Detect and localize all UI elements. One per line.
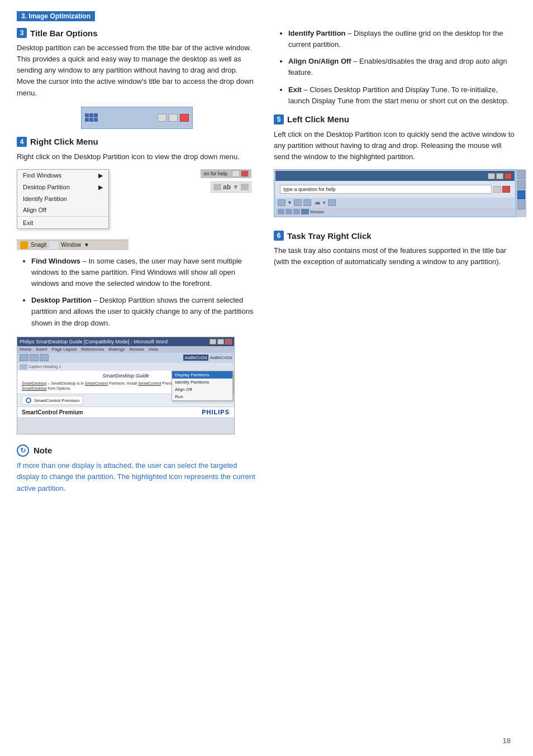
word-context-menu: Display Partitions Identify Partitions A…: [172, 371, 233, 401]
lc-p1: [517, 170, 525, 179]
wd-aa-label: AaBbCcDd: [183, 355, 209, 361]
wd-max[interactable]: [217, 339, 224, 344]
wd-tb-icon1: [20, 354, 28, 361]
rtb-icon1: [213, 184, 221, 190]
maximize-btn[interactable]: [169, 114, 178, 122]
lc-toolbar: ▼ ab ▼: [275, 198, 515, 208]
partition-grid-icon: [85, 113, 98, 122]
note-section: ↻ Note If more than one display is attac…: [17, 444, 257, 495]
lc-sb3: [293, 209, 300, 214]
rcm-find-windows: Find Windows▶: [17, 170, 108, 181]
section3-title: 3 Title Bar Options: [17, 28, 257, 38]
rtb-icon2: [241, 184, 249, 190]
bullet-exit: Exit – Closes Desktop Partition and Disp…: [288, 84, 516, 107]
lc-search-bar: type a question for help: [275, 181, 515, 198]
bullets-left: Find Windows – In some cases, the user m…: [22, 256, 257, 329]
note-title: ↻ Note: [17, 444, 257, 457]
bullet-align: Align On/Align Off – Enables/disables th…: [288, 56, 516, 78]
bullet-find-windows: Find Windows – In some cases, the user m…: [31, 256, 257, 289]
close-btn[interactable]: [180, 114, 189, 122]
wd-t2-icon: [20, 364, 27, 370]
rcm-toolbar-row: ab ▼: [211, 181, 251, 193]
section-header-bar: 3. Image Optimization: [17, 11, 516, 28]
wcm-identify-partitions: Identify Partitions: [172, 379, 232, 386]
philips-logo: PHILIPS: [202, 409, 230, 415]
word-title-bar: Philips SmartDesktop Guide [Compatibilit…: [17, 337, 234, 346]
left-column: 3 Title Bar Options Desktop partition ca…: [17, 28, 257, 495]
section5-body: Left click on the Desktop Partition icon…: [274, 129, 516, 162]
lc-p3: [517, 190, 525, 199]
lc-search-btn[interactable]: [493, 186, 501, 193]
wd-min[interactable]: [210, 339, 216, 344]
bullet-identify-partition: Identify Partition – Displays the outlin…: [288, 28, 516, 50]
wd-tb-icon3: [40, 354, 49, 361]
lc-max[interactable]: [496, 173, 503, 179]
lc-close[interactable]: [505, 173, 512, 179]
section6-body: The task tray also contains most of the …: [274, 245, 516, 267]
word-toolbar: AaBbCcDd AaBbCcDd: [17, 353, 234, 363]
lc-right-partitions: [516, 169, 526, 217]
snagit-icon: [20, 241, 28, 249]
word-ribbon: Home Insert Page Layout References Maili…: [17, 346, 234, 353]
left-click-titlebar-area: type a question for help ▼ ab ▼: [274, 169, 516, 217]
lc-tb3: [303, 199, 311, 206]
wcm-align-off: Align Off: [172, 386, 232, 393]
lc-title-bar: [275, 171, 515, 181]
lc-tb4: [328, 199, 336, 206]
snagit-btn: [49, 241, 58, 249]
lc-close2[interactable]: [502, 186, 510, 193]
section6-title: 6 Task Tray Right Click: [274, 231, 516, 241]
right-click-menu-image: Find Windows▶ Desktop Partition▶ Identif…: [17, 169, 257, 250]
sc-icon: [26, 398, 31, 403]
bullet-desktop-partition: Desktop Partition – Desktop Partition sh…: [31, 295, 257, 328]
rcm-tb-close[interactable]: [241, 170, 249, 177]
rcm-align-off: Align Off: [17, 204, 108, 216]
lc-min[interactable]: [488, 173, 495, 179]
note-icon: ↻: [17, 444, 29, 457]
rcm-identify-partition: Identify Partition: [17, 193, 108, 204]
lc-tb1: [278, 199, 285, 206]
smartcontrol-badge: SmartControl Premium: [22, 396, 83, 405]
wd-close[interactable]: [225, 339, 232, 344]
lc-sb2: [285, 209, 292, 214]
section6-wrapper: 6 Task Tray Right Click The task tray al…: [274, 231, 516, 267]
lc-sb1: [278, 209, 284, 214]
word-content: Display Partitions Identify Partitions A…: [17, 371, 234, 394]
rcm-topbar: on for help: [201, 169, 251, 178]
lc-p2: [517, 180, 525, 189]
word-toolbar2: Caption Heading 1: [17, 363, 234, 371]
page-number: 18: [503, 736, 511, 745]
minimize-btn[interactable]: [158, 114, 166, 122]
wd-tb-icon2: [30, 354, 39, 361]
lc-p4: [517, 200, 525, 209]
snagit-bar: Snagit Window ▼: [17, 240, 129, 250]
section4-title: 4 Right Click Menu: [17, 137, 257, 147]
lc-statusbar: Window: [275, 208, 515, 216]
word-doc-image: Philips SmartDesktop Guide [Compatibilit…: [17, 337, 235, 434]
rcm-tb-pin[interactable]: [232, 170, 240, 177]
section3-body: Desktop partition can be accessed from t…: [17, 42, 257, 99]
rcm-separator: [17, 216, 108, 217]
titlebar-image: [81, 107, 193, 129]
lc-tb2: [294, 199, 302, 206]
bullets-right: Identify Partition – Displays the outlin…: [279, 28, 516, 107]
section5-title: 5 Left Click Menu: [274, 114, 516, 125]
left-click-image-area: type a question for help ▼ ab ▼: [274, 169, 516, 217]
right-click-dropdown: Find Windows▶ Desktop Partition▶ Identif…: [17, 169, 109, 229]
section4-body: Right click on the Desktop Partition ico…: [17, 151, 257, 162]
page: 3. Image Optimization 3 Title Bar Option…: [0, 0, 533, 756]
right-column: Identify Partition – Displays the outlin…: [274, 28, 516, 495]
wcm-run: Run: [172, 393, 232, 400]
word-brand-bar: SmartControl Premium PHILIPS: [17, 406, 234, 417]
lc-sb4: [301, 209, 309, 214]
note-body: If more than one display is attached, th…: [17, 460, 257, 495]
rcm-desktop-partition: Desktop Partition▶: [17, 181, 108, 193]
lc-search-input[interactable]: type a question for help: [280, 185, 492, 194]
wcm-display-partitions: Display Partitions: [172, 371, 232, 379]
rcm-exit: Exit: [17, 217, 108, 228]
wd-heading1: AaBbCcDd: [210, 355, 232, 360]
